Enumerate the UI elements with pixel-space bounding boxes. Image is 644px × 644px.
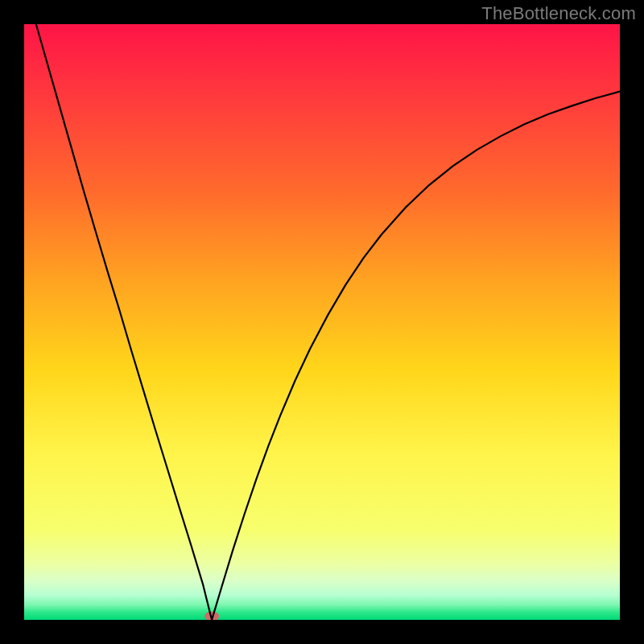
chart-container: TheBottleneck.com — [0, 0, 644, 644]
plot-area — [24, 24, 620, 620]
chart-svg — [24, 24, 620, 620]
watermark-text: TheBottleneck.com — [481, 3, 636, 24]
gradient-background — [24, 24, 620, 620]
